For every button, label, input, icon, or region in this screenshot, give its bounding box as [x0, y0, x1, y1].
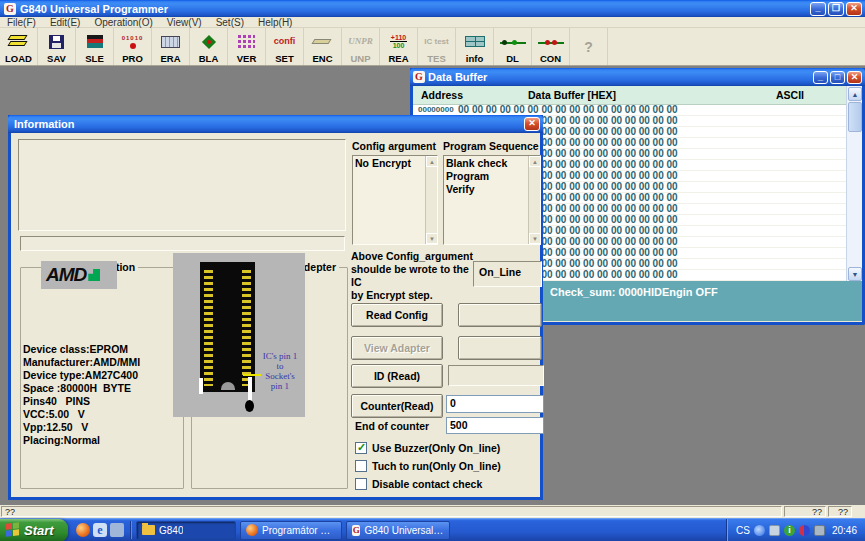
device-manufacturer: Manufacturer:AMD/MMI: [23, 356, 185, 369]
toolbar: LOAD SAV SLE 01010 PRO ERA BLA: [0, 28, 865, 66]
db-maximize-button[interactable]: □: [830, 71, 845, 84]
help-icon: ?: [584, 43, 593, 52]
use-buzzer-option[interactable]: Use Buzzer(Only On_line): [355, 441, 500, 454]
encrypt-note-line: shoulde be wrote to the IC: [351, 263, 477, 289]
read-icon: +110 100: [390, 34, 407, 49]
tray-display-icon[interactable]: [814, 525, 825, 536]
toolbar-era-button[interactable]: ERA: [152, 28, 190, 65]
scroll-up-icon[interactable]: ▲: [529, 156, 541, 167]
use-buzzer-checkbox[interactable]: [355, 442, 367, 454]
toolbar-enc-button[interactable]: ENC: [304, 28, 342, 65]
db-close-button[interactable]: ✕: [847, 71, 862, 84]
blank-check-icon: [201, 34, 217, 50]
tray-antivirus-icon[interactable]: [799, 525, 810, 536]
start-label: Start: [24, 523, 54, 538]
blank-button-1[interactable]: [458, 303, 542, 327]
clock: 20:46: [832, 525, 857, 536]
row-hex-bytes[interactable]: 00 00 00 00 00 00 00 00 00 00 00 00 00 0…: [458, 105, 678, 115]
toolbar-sav-button[interactable]: SAV: [38, 28, 76, 65]
pin1-note: IC's pin 1 to Socket's pin 1: [257, 351, 303, 391]
amd-logo-text: AMD: [46, 264, 86, 286]
use-buzzer-label: Use Buzzer(Only On_line): [372, 442, 500, 454]
toolbar-set-button[interactable]: confi SET: [266, 28, 304, 65]
ic-test-icon: IC test: [424, 37, 448, 46]
socket-pins-right: [242, 270, 251, 386]
counter-value-field[interactable]: 0: [446, 395, 544, 413]
menu-file[interactable]: File(F): [0, 17, 43, 28]
config-argument-list[interactable]: No Encrypt ▲ ▼: [352, 155, 438, 245]
menu-edit[interactable]: Edit(E): [43, 17, 88, 28]
menu-help[interactable]: Help(H): [251, 17, 299, 28]
toolbar-con-button[interactable]: CON: [532, 28, 570, 65]
close-button[interactable]: ✕: [846, 2, 862, 16]
data-buffer-title: Data Buffer: [428, 71, 487, 83]
information-close-button[interactable]: ✕: [524, 117, 540, 131]
firefox-icon[interactable]: [76, 523, 90, 537]
download-icon: [500, 37, 526, 47]
toolbar-dl-button[interactable]: DL: [494, 28, 532, 65]
toolbar-ver-button[interactable]: VER: [228, 28, 266, 65]
language-indicator[interactable]: CS: [736, 525, 750, 536]
task-g840-folder[interactable]: G840: [136, 521, 236, 540]
tray-network-icon[interactable]: [769, 525, 780, 536]
data-buffer-titlebar[interactable]: G Data Buffer _ □ ✕: [410, 68, 865, 86]
db-minimize-button[interactable]: _: [813, 71, 828, 84]
task-g840-programmer[interactable]: G G840 Universal Progr...: [346, 521, 450, 540]
sequence-item-program[interactable]: Program: [446, 170, 527, 183]
minimize-button[interactable]: _: [810, 2, 826, 16]
menu-operation[interactable]: Operation(O): [87, 17, 159, 28]
sequence-item-verify[interactable]: Verify: [446, 183, 527, 196]
scroll-down-icon[interactable]: ▼: [848, 267, 862, 281]
end-of-counter-field[interactable]: 500: [446, 417, 544, 434]
menu-set[interactable]: Set(S): [209, 17, 251, 28]
task-label: G840: [159, 525, 183, 536]
program-sequence-list[interactable]: Blank check Program Verify ▲ ▼: [443, 155, 541, 245]
disable-contact-checkbox[interactable]: [355, 478, 367, 490]
device-vcc: VCC:5.00 V: [23, 408, 185, 421]
unprotect-icon: UNPR: [348, 37, 373, 46]
toolbar-bla-button[interactable]: BLA: [190, 28, 228, 65]
main-titlebar[interactable]: G G840 Universal Programmer _ ❐ ✕: [0, 0, 865, 17]
toolbar-rea-button[interactable]: +110 100 REA: [380, 28, 418, 65]
row-address: 00000000: [418, 105, 454, 115]
sequence-list-scrollbar[interactable]: ▲ ▼: [528, 156, 540, 244]
read-config-button[interactable]: Read Config: [351, 303, 443, 327]
main-window-title: G840 Universal Programmer: [20, 3, 168, 15]
scroll-thumb[interactable]: [848, 102, 862, 132]
scroll-down-icon[interactable]: ▼: [426, 233, 438, 244]
restore-button[interactable]: ❐: [828, 2, 844, 16]
blank-button-2[interactable]: [458, 336, 542, 360]
information-titlebar[interactable]: Information ✕: [8, 115, 543, 133]
config-argument-item[interactable]: No Encrypt: [355, 157, 424, 170]
buffer-scrollbar[interactable]: ▲ ▼: [846, 86, 862, 282]
touch-to-run-option[interactable]: Tuch to run(Only On_line): [355, 459, 501, 472]
toolbar-pro-button[interactable]: 01010 PRO: [114, 28, 152, 65]
toolbar-unp-label: UNP: [350, 53, 370, 64]
toolbar-sle-button[interactable]: SLE: [76, 28, 114, 65]
task-label: Programátor Genius ...: [262, 525, 336, 536]
tray-language-bar-icon[interactable]: [754, 525, 765, 536]
touch-to-run-checkbox[interactable]: [355, 460, 367, 472]
socket-pins-left: [204, 270, 213, 386]
online-status-box: On_Line: [473, 261, 542, 287]
scroll-up-icon[interactable]: ▲: [426, 156, 438, 167]
sequence-item-blank-check[interactable]: Blank check: [446, 157, 527, 170]
id-read-button[interactable]: ID (Read): [351, 364, 443, 388]
counter-read-button[interactable]: Counter(Read): [351, 394, 443, 418]
scroll-down-icon[interactable]: ▼: [529, 233, 541, 244]
tray-info-icon[interactable]: i: [784, 525, 795, 536]
task-programator-genius[interactable]: Programátor Genius ...: [240, 521, 342, 540]
start-button[interactable]: Start: [0, 519, 68, 541]
device-class: Device class:EPROM: [23, 343, 185, 356]
disable-contact-check-option[interactable]: Disable contact check: [355, 477, 482, 490]
status-extra-panel: ??: [828, 506, 852, 517]
toolbar-load-button[interactable]: LOAD: [0, 28, 38, 65]
ie-icon[interactable]: e: [93, 523, 107, 537]
pin1-note-line: to: [257, 361, 303, 371]
config-list-scrollbar[interactable]: ▲ ▼: [425, 156, 437, 244]
encrypt-note-line: by Encrypt step.: [351, 289, 477, 302]
menu-view[interactable]: View(V): [160, 17, 209, 28]
scroll-up-icon[interactable]: ▲: [848, 87, 862, 101]
toolbar-info-button[interactable]: info: [456, 28, 494, 65]
show-desktop-icon[interactable]: [110, 523, 124, 537]
